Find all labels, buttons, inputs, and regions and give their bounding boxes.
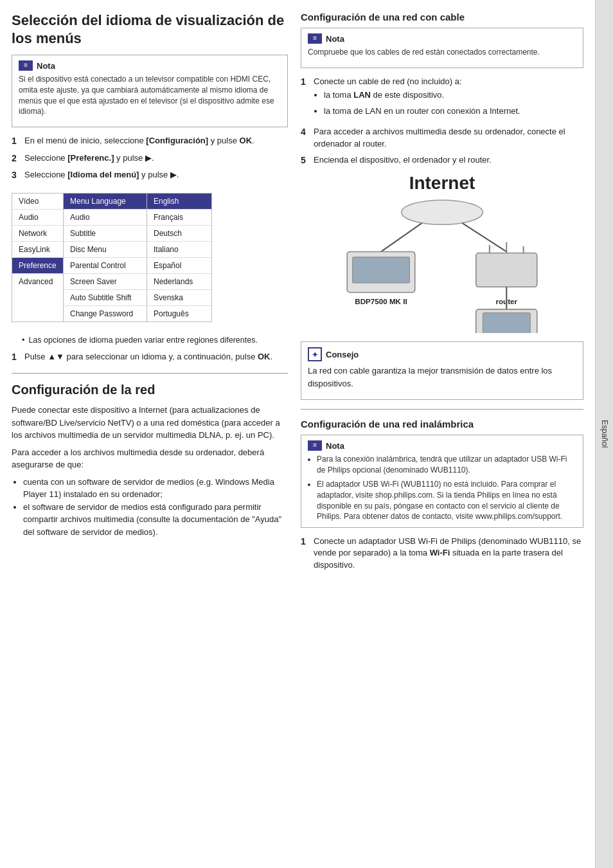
step-3-text: Seleccione [Idioma del menú] y pulse ▶. <box>24 169 179 182</box>
cable-step-1: Conecte un cable de red (no incluido) a:… <box>301 76 583 122</box>
menu-item-advanced: Advanced <box>12 274 63 289</box>
right-column: Configuración de una red con cable = Not… <box>301 12 583 856</box>
tip-header-cable: Consejo <box>308 347 576 361</box>
cable-step-1-sub: la toma LAN de este dispositivo. la toma… <box>324 89 520 117</box>
lang-francais: Français <box>147 210 211 226</box>
note-icon-wireless: = <box>308 440 322 451</box>
wireless-step-1-text: Conecte un adaptador USB Wi-Fi de Philip… <box>314 536 583 571</box>
main-content: Selección del idioma de visualización de… <box>0 0 595 868</box>
red-bullet-2: el software de servidor de medios está c… <box>23 501 288 539</box>
svg-line-1 <box>381 223 422 251</box>
section-idioma-title: Selección del idioma de visualización de… <box>12 12 288 47</box>
note-bullets-wireless: Para la conexión inalámbrica, tendrá que… <box>308 454 576 522</box>
side-tab-label: Español <box>600 420 609 448</box>
section-idioma: Selección del idioma de visualización de… <box>12 12 288 364</box>
note-box-wireless: = Nota Para la conexión inalámbrica, ten… <box>301 435 583 528</box>
cable-step-1-text: Conecte un cable de red (no incluido) a:… <box>314 76 520 122</box>
svg-rect-4 <box>353 257 410 283</box>
steps-cable: Conecte un cable de red (no incluido) a:… <box>301 76 583 167</box>
note-text-cable: Compruebe que los cables de red están co… <box>308 47 576 58</box>
side-tab-espanol: Español <box>595 0 613 868</box>
menu-option-subtitle-shift: Auto Subtitle Shift <box>64 290 147 306</box>
menu-option-screen-saver: Screen Saver <box>64 274 147 290</box>
note-box-idioma: = Nota Si el dispositivo está conectado … <box>12 55 288 127</box>
menu-col-categories: Vídeo Audio Network EasyLink Preference … <box>12 194 64 321</box>
menu-item-preference: Preference <box>12 258 63 274</box>
network-diagram-svg: BDP7500 MK II router PC (DLNA) <box>320 197 564 333</box>
lang-nederlands: Nederlands <box>147 274 211 290</box>
lang-english: English <box>147 194 211 210</box>
svg-text:BDP7500 MK II: BDP7500 MK II <box>355 297 407 305</box>
lang-espanol: Español <box>147 258 211 274</box>
note-header-idioma: = Nota <box>19 60 281 71</box>
section-red-wireless: Configuración de una red inalámbrica = N… <box>301 419 583 570</box>
step-4: Pulse ▲▼ para seleccionar un idioma y, a… <box>12 351 288 364</box>
menu-item-easylink: EasyLink <box>12 242 63 258</box>
step-1: En el menú de inicio, seleccione [Config… <box>12 135 288 148</box>
cable-sub-2: la toma de LAN en un router con conexión… <box>324 105 520 117</box>
svg-rect-13 <box>483 313 530 334</box>
section-red-para1: Puede conectar este dispositivo a Intern… <box>12 404 288 442</box>
cable-step-3: Encienda el dispositivo, el ordenador y … <box>301 154 583 167</box>
bullet-idioma: Las opciones de idioma pueden variar ent… <box>22 335 288 347</box>
cable-step-3-text: Encienda el dispositivo, el ordenador y … <box>314 154 492 167</box>
menu-item-audio: Audio <box>12 210 63 226</box>
menu-option-menu-language: Menu Language <box>64 194 147 210</box>
left-column: Selección del idioma de visualización de… <box>12 12 288 856</box>
steps-idioma-4: Pulse ▲▼ para seleccionar un idioma y, a… <box>12 351 288 364</box>
step-2: Seleccione [Preferenc.] y pulse ▶. <box>12 152 288 165</box>
divider-2 <box>301 409 583 410</box>
steps-wireless: Conecte un adaptador USB Wi-Fi de Philip… <box>301 536 583 571</box>
svg-rect-6 <box>476 253 537 287</box>
cable-step-2: Para acceder a archivos multimedia desde… <box>301 126 583 149</box>
section-red-para2: Para acceder a los archivos multimedia d… <box>12 446 288 471</box>
section-red: Configuración de la red Puede conectar e… <box>12 383 288 538</box>
note-label-cable: Nota <box>326 34 344 44</box>
lang-svenska: Svenska <box>147 290 211 306</box>
menu-option-password: Change Password <box>64 306 147 321</box>
menu-option-parental: Parental Control <box>64 258 147 274</box>
lang-italiano: Italiano <box>147 242 211 258</box>
lang-deutsch: Deutsch <box>147 226 211 242</box>
note-box-cable: = Nota Compruebe que los cables de red e… <box>301 28 583 68</box>
note-icon-cable: = <box>308 33 322 44</box>
step-1-text: En el menú de inicio, seleccione [Config… <box>24 135 254 148</box>
svg-point-0 <box>402 201 483 225</box>
cable-step-2-text: Para acceder a archivos multimedia desde… <box>314 126 583 149</box>
section-red-cable: Configuración de una red con cable = Not… <box>301 12 583 400</box>
tip-text-cable: La red con cable garantiza la mejor tran… <box>308 365 576 390</box>
menu-item-video: Vídeo <box>12 194 63 210</box>
section-wireless-title: Configuración de una red inalámbrica <box>301 419 583 429</box>
bullet-idioma-text: Las opciones de idioma pueden variar ent… <box>28 335 257 347</box>
menu-table: Vídeo Audio Network EasyLink Preference … <box>12 193 212 322</box>
lang-portugues: Português <box>147 306 211 321</box>
note-icon-idioma: = <box>19 60 33 71</box>
tip-box-cable: Consejo La red con cable garantiza la me… <box>301 341 583 400</box>
menu-item-network: Network <box>12 226 63 242</box>
note-label-idioma: Nota <box>37 61 55 71</box>
section-red-bullets: cuenta con un software de servidor de me… <box>12 476 288 539</box>
divider-1 <box>12 373 288 374</box>
tip-text-cable-span: La red con cable garantiza la mejor tran… <box>308 366 552 388</box>
menu-col-options: Menu Language Audio Subtitle Disc Menu P… <box>64 194 147 321</box>
wireless-step-1: Conecte un adaptador USB Wi-Fi de Philip… <box>301 536 583 571</box>
tip-label-cable: Consejo <box>326 350 359 359</box>
steps-idioma: En el menú de inicio, seleccione [Config… <box>12 135 288 182</box>
note-header-cable: = Nota <box>308 33 576 44</box>
tip-icon-cable <box>308 347 322 361</box>
note-label-wireless: Nota <box>326 441 344 451</box>
step-4-text: Pulse ▲▼ para seleccionar un idioma y, a… <box>24 351 272 364</box>
wireless-note-bullet-2: El adaptador USB Wi-Fi (WUB1110) no está… <box>317 479 576 522</box>
page-container: Selección del idioma de visualización de… <box>0 0 613 868</box>
note-header-wireless: = Nota <box>308 440 576 451</box>
network-diagram: Internet BDP7500 MK II <box>301 173 583 335</box>
menu-option-disc-menu: Disc Menu <box>64 242 147 258</box>
section-cable-title: Configuración de una red con cable <box>301 12 583 23</box>
svg-line-2 <box>463 223 507 251</box>
diagram-internet-label: Internet <box>301 173 583 194</box>
menu-option-subtitle: Subtitle <box>64 226 147 242</box>
cable-sub-1: la toma LAN de este dispositivo. <box>324 89 520 101</box>
step-2-text: Seleccione [Preferenc.] y pulse ▶. <box>24 152 154 165</box>
section-red-title: Configuración de la red <box>12 383 288 397</box>
note-text-idioma: Si el dispositivo está conectado a un te… <box>19 74 281 117</box>
